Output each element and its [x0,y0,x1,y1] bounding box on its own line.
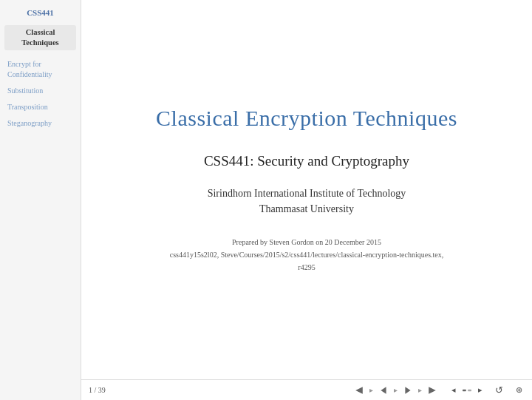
sidebar-item-transposition[interactable]: Transposition [4,101,76,114]
nav-prev-icon[interactable] [377,384,390,396]
meta-info: Prepared by Steven Gordon on 20 December… [170,236,443,274]
svg-marker-1 [381,387,386,394]
nav-next-end-icon[interactable] [426,384,439,396]
sidebar: CSS441 ClassicalTechniques Encrypt for C… [0,0,81,400]
svg-marker-3 [429,387,436,394]
nav-section-next-icon[interactable]: ▸ [476,384,485,396]
sidebar-title[interactable]: CSS441 [4,7,76,18]
svg-marker-0 [355,387,363,394]
refresh-icon[interactable]: ↺ [492,384,506,396]
sidebar-item-steganography[interactable]: Steganography [4,117,76,130]
bottom-bar: 1 / 39 ▸ ▸ ▸ ◂ [81,379,532,400]
main-content: Classical Encryption Techniques CSS441: … [81,0,532,400]
nav-next-icon[interactable] [401,384,415,396]
nav-sep2: ▸ [394,386,398,394]
svg-rect-5 [468,389,471,390]
meta-line1: Prepared by Steven Gordon on 20 December… [170,236,443,248]
nav-search-icon[interactable]: ⊕ [514,384,525,396]
sidebar-item-encrypt[interactable]: Encrypt for Confidentiality [4,58,76,81]
nav-section-dots [460,384,474,396]
svg-marker-2 [405,387,410,394]
nav-sep1: ▸ [369,386,373,394]
page-number: 1 / 39 [89,386,106,394]
sidebar-item-substitution[interactable]: Substitution [4,84,76,98]
svg-rect-4 [463,389,466,390]
institution-line1: Sirindhorn International Institute of Te… [208,188,406,200]
meta-line2: css441y15s2l02, Steve/Courses/2015/s2/cs… [170,248,443,261]
nav-sep3: ▸ [418,386,422,394]
navigation-icons: ▸ ▸ ▸ ◂ ▸ ↺ [352,384,525,397]
meta-line3: r4295 [170,261,443,274]
slide-title: Classical Encryption Techniques [156,106,457,131]
sidebar-current-section: ClassicalTechniques [4,25,76,50]
slide-subtitle: CSS441: Security and Cryptography [204,153,409,169]
nav-section-prev-icon[interactable]: ◂ [449,384,458,396]
institution-line2: Thammasat University [259,203,354,215]
nav-prev-start-icon[interactable] [352,384,366,396]
slide-content: Classical Encryption Techniques CSS441: … [81,0,532,379]
